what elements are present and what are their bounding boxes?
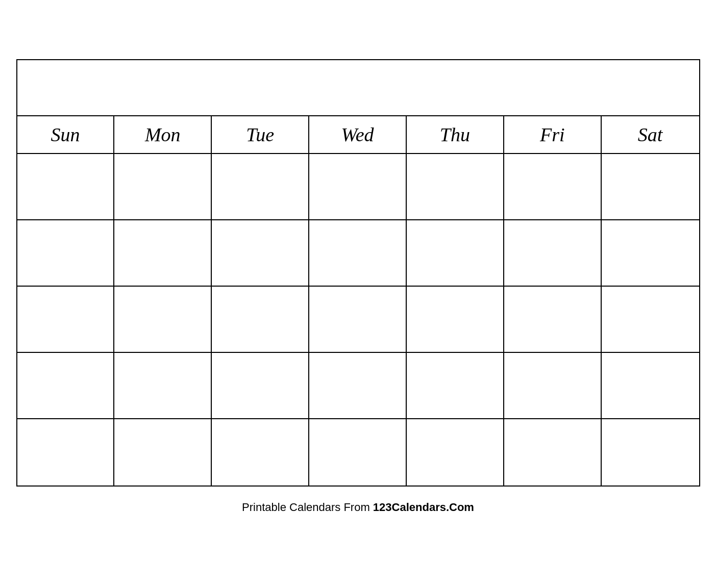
calendar-cell[interactable] [114,287,212,353]
calendar-cell[interactable] [309,287,407,353]
calendar-cell[interactable] [602,419,699,485]
calendar-cell[interactable] [309,419,407,485]
calendar-header: SunMonTueWedThuFriSat [17,116,699,154]
calendar-cell[interactable] [114,154,212,220]
calendar-cell[interactable] [212,220,309,287]
calendar-cell[interactable] [309,353,407,419]
calendar-cell[interactable] [504,353,602,419]
day-header-fri: Fri [504,116,602,153]
calendar-cell[interactable] [504,287,602,353]
calendar-grid [17,154,699,485]
calendar-title-row [17,60,699,116]
calendar-cell[interactable] [17,154,115,220]
calendar-cell[interactable] [17,287,115,353]
calendar-cell[interactable] [504,220,602,287]
footer-text: Printable Calendars From 123Calendars.Co… [242,501,474,514]
calendar-cell[interactable] [309,154,407,220]
calendar-cell[interactable] [407,353,504,419]
calendar-cell[interactable] [602,353,699,419]
calendar-cell[interactable] [114,353,212,419]
calendar-cell[interactable] [602,154,699,220]
day-header-sat: Sat [602,116,699,153]
calendar-cell[interactable] [212,287,309,353]
calendar-cell[interactable] [212,353,309,419]
day-header-sun: Sun [17,116,115,153]
calendar-cell[interactable] [407,419,504,485]
calendar-cell[interactable] [17,419,115,485]
footer-prefix: Printable Calendars From [242,501,373,514]
calendar-cell[interactable] [114,419,212,485]
calendar-cell[interactable] [602,220,699,287]
calendar-cell[interactable] [212,419,309,485]
calendar-cell[interactable] [407,154,504,220]
calendar-cell[interactable] [504,419,602,485]
page-wrapper: SunMonTueWedThuFriSat Printable Calendar… [0,0,716,588]
calendar-cell[interactable] [309,220,407,287]
day-header-wed: Wed [309,116,407,153]
calendar-cell[interactable] [407,287,504,353]
day-header-mon: Mon [114,116,212,153]
calendar-cell[interactable] [114,220,212,287]
day-header-thu: Thu [407,116,504,153]
calendar-cell[interactable] [504,154,602,220]
calendar-container: SunMonTueWedThuFriSat [16,59,700,487]
calendar-cell[interactable] [17,220,115,287]
footer-brand: 123Calendars.Com [373,501,474,514]
calendar-cell[interactable] [17,353,115,419]
calendar-cell[interactable] [212,154,309,220]
calendar-cell[interactable] [407,220,504,287]
day-header-tue: Tue [212,116,309,153]
calendar-cell[interactable] [602,287,699,353]
